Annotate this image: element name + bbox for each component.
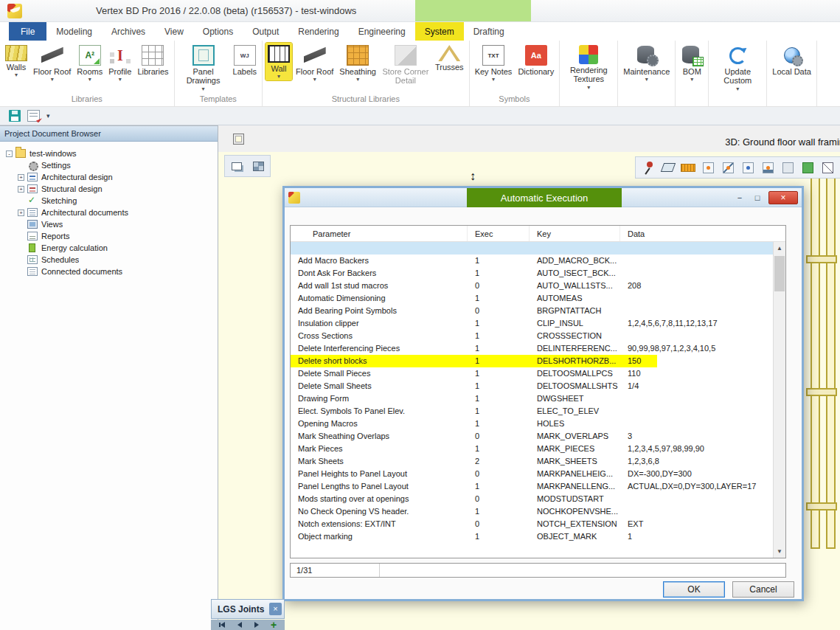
tree-item-reports[interactable]: Reports xyxy=(6,230,218,242)
table-row[interactable]: Insulation clipper1CLIP_INSUL1,2,4,5,6,7… xyxy=(291,317,773,330)
expander-icon[interactable]: + xyxy=(18,174,24,181)
floor-roof-structural-button[interactable]: Floor Roof▾ xyxy=(294,43,336,83)
tab-modeling[interactable]: Modeling xyxy=(46,22,102,41)
store-corner-detail-button[interactable]: Store Corner Detail xyxy=(380,43,431,86)
table-row[interactable]: Add Bearing Point Symbols0BRGPNTATTACH xyxy=(291,305,773,317)
table-row[interactable]: Drawing Form1DWGSHEET xyxy=(291,392,773,405)
table-row[interactable]: Panel Lengths to Panel Layout1MARKPANELL… xyxy=(291,480,773,493)
scroll-down-icon[interactable]: ▼ xyxy=(774,545,785,558)
skip-back-icon[interactable] xyxy=(217,620,229,630)
expander-icon[interactable]: - xyxy=(6,150,13,157)
table-row[interactable]: Delete Small Sheets1DELTOOSMALLSHTS1/4 xyxy=(291,380,773,392)
edit-plane-icon[interactable] xyxy=(27,110,40,122)
tree-item-structural-design[interactable]: +Structural design xyxy=(6,183,218,195)
table-row[interactable]: Delete Interferencing Pieces1DELINTERFER… xyxy=(291,342,773,355)
viewports-icon[interactable] xyxy=(228,157,246,175)
tab-system[interactable]: System xyxy=(415,22,464,41)
tab-view[interactable]: View xyxy=(155,22,193,41)
update-custom-button[interactable]: Update Custom▾ xyxy=(712,43,763,93)
sheathing-button[interactable]: Sheathing▾ xyxy=(337,43,378,83)
table-row[interactable]: Cross Sections1CROSSSECTION xyxy=(291,330,773,342)
tab-rendering[interactable]: Rendering xyxy=(288,22,348,41)
expander-icon[interactable]: + xyxy=(18,210,24,216)
tree-item-architectural-documents[interactable]: +Architectural documents xyxy=(6,207,218,218)
tab-drafting[interactable]: Drafting xyxy=(464,22,514,41)
table-row[interactable]: Delete Small Pieces1DELTOOSMALLPCS110 xyxy=(291,367,773,380)
column-header-exec[interactable]: Exec xyxy=(468,226,530,241)
scrollbar-thumb[interactable] xyxy=(774,256,785,291)
table-row[interactable]: No Check Opening VS header.1NOCHKOPENVSH… xyxy=(291,505,773,518)
table-row[interactable]: Mods starting over at openings0MODSTUDST… xyxy=(291,493,773,505)
layout-grid-icon[interactable] xyxy=(249,157,267,175)
measure-icon[interactable] xyxy=(679,159,697,176)
snap-angle-icon[interactable] xyxy=(739,159,757,176)
tree-item-test-windows[interactable]: -test-windows xyxy=(6,148,218,159)
snap-point-icon[interactable] xyxy=(699,159,717,176)
dialog-title-bar[interactable]: Automatic Execution − □ × xyxy=(285,188,802,207)
step-back-icon[interactable] xyxy=(234,620,246,630)
table-scrollbar[interactable]: ▲ ▼ xyxy=(773,242,785,558)
tree-item-schedules[interactable]: Schedules xyxy=(6,254,218,266)
labels-button[interactable]: WJLabels xyxy=(231,43,259,77)
bom-button[interactable]: BOM▾ xyxy=(678,43,705,83)
panel-drawings-button[interactable]: Panel Drawings▾ xyxy=(178,43,229,93)
table-row[interactable]: Mark Sheets2MARK_SHEETS1,2,3,6,8 xyxy=(291,455,773,468)
column-header-data[interactable]: Data xyxy=(620,226,785,241)
tab-file[interactable]: File xyxy=(9,22,46,41)
pin-icon[interactable] xyxy=(639,159,657,176)
libraries-button[interactable]: Libraries xyxy=(135,43,170,77)
key-notes-button[interactable]: TXTKey Notes▾ xyxy=(473,43,515,83)
clip-plane-icon[interactable] xyxy=(659,159,677,176)
table-row[interactable]: Dont Ask For Backers1AUTO_ISECT_BCK... xyxy=(291,267,773,280)
document-window-icon[interactable] xyxy=(233,134,244,145)
solid-view-icon[interactable] xyxy=(799,159,816,176)
tab-engineering[interactable]: Engineering xyxy=(349,22,415,41)
local-data-button[interactable]: Local Data xyxy=(770,43,813,77)
table-row[interactable]: Object marking1OBJECT_MARK1 xyxy=(291,530,773,543)
trusses-button[interactable]: Trusses xyxy=(433,43,466,72)
walls-button[interactable]: Walls▾ xyxy=(3,43,29,79)
column-header-key[interactable]: Key xyxy=(530,226,620,241)
table-row[interactable]: Notch extensions: EXT/INT0NOTCH_EXTENSIO… xyxy=(291,518,773,530)
tree-item-energy-calculation[interactable]: Energy calculation xyxy=(6,242,218,254)
tab-output[interactable]: Output xyxy=(243,22,288,41)
ok-button[interactable]: OK xyxy=(663,581,725,598)
tree-item-views[interactable]: Views xyxy=(6,218,218,230)
add-icon[interactable] xyxy=(268,620,280,630)
cancel-button[interactable]: Cancel xyxy=(732,581,794,598)
expander-icon[interactable]: + xyxy=(18,186,24,193)
dictionary-button[interactable]: AaDictionary xyxy=(516,43,556,77)
snap-line-icon[interactable] xyxy=(719,159,737,176)
lgs-close-icon[interactable]: × xyxy=(269,603,282,615)
column-header-parameter[interactable]: Parameter xyxy=(291,226,468,241)
table-row[interactable] xyxy=(291,242,773,255)
snap-edge-icon[interactable] xyxy=(759,159,777,176)
wireframe-view-icon[interactable] xyxy=(819,159,836,176)
tree-item-sketching[interactable]: Sketching xyxy=(6,195,218,207)
maximize-button[interactable]: □ xyxy=(751,192,764,204)
tree-item-connected-documents[interactable]: Connected documents xyxy=(6,266,218,277)
table-row[interactable]: Mark Pieces1MARK_PIECES1,2,3,4,5,97,98,9… xyxy=(291,443,773,455)
table-row[interactable]: Elect. Symbols To Panel Elev.1ELEC_TO_EL… xyxy=(291,405,773,418)
tree-item-architectural-design[interactable]: +Architectural design xyxy=(6,171,218,183)
table-row[interactable]: Panel Heights to Panel Layout0MARKPANELH… xyxy=(291,468,773,480)
table-row[interactable]: Opening Macros1HOLES xyxy=(291,418,773,430)
wall-button[interactable]: Wall▾ xyxy=(265,43,292,80)
maintenance-button[interactable]: Maintenance▾ xyxy=(621,43,672,83)
close-button[interactable]: × xyxy=(768,191,798,204)
toolbar-options-icon[interactable]: ▾ xyxy=(46,112,50,120)
tree-item-settings[interactable]: Settings xyxy=(6,159,218,171)
rendering-textures-button[interactable]: Rendering Textures▾ xyxy=(563,43,614,91)
tab-archives[interactable]: Archives xyxy=(102,22,155,41)
rooms-button[interactable]: A²Rooms▾ xyxy=(74,43,105,83)
table-row[interactable]: Automatic Dimensioning1AUTOMEAS xyxy=(291,292,773,305)
lgs-joints-panel[interactable]: LGS Joints × xyxy=(211,599,285,619)
profile-button[interactable]: IProfile▾ xyxy=(106,43,133,83)
minimize-button[interactable]: − xyxy=(733,192,746,204)
table-row[interactable]: Mark Sheathing Overlaps0MARK_OVERLAPS3 xyxy=(291,430,773,443)
table-row[interactable]: Delete short blocks1DELSHORTHORZB...150 xyxy=(291,355,773,367)
table-row[interactable]: Add Macro Backers1ADD_MACRO_BCK... xyxy=(291,255,773,267)
save-icon[interactable] xyxy=(9,110,21,122)
scroll-up-icon[interactable]: ▲ xyxy=(774,242,785,255)
floor-roof-button[interactable]: Floor Roof▾ xyxy=(31,43,73,83)
